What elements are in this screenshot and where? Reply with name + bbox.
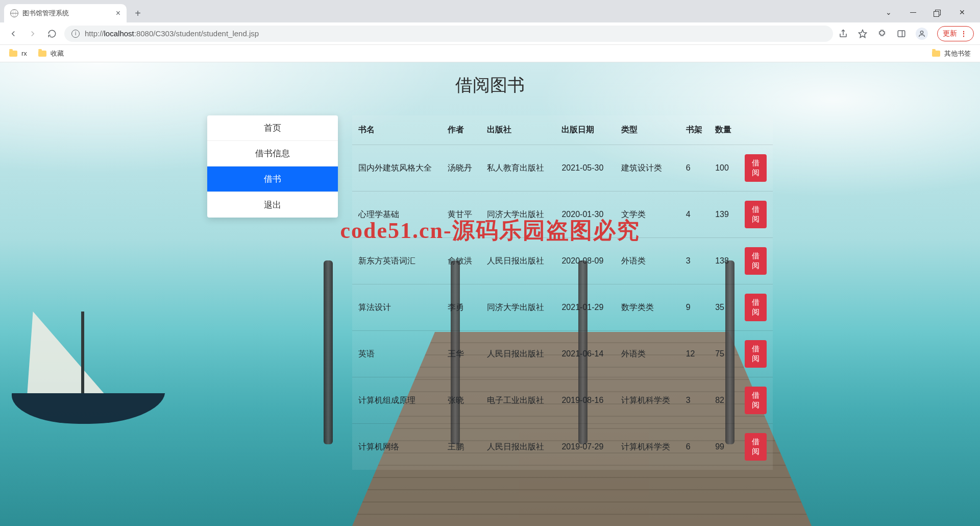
borrow-button[interactable]: 借阅 xyxy=(745,387,767,414)
cell-action: 借阅 xyxy=(739,284,773,331)
cell-shelf: 9 xyxy=(680,284,709,331)
cell-author: 俞敏洪 xyxy=(442,238,481,284)
cell-date: 2021-06-14 xyxy=(555,331,615,377)
page-title: 借阅图书 xyxy=(0,62,980,97)
profile-avatar-icon[interactable] xyxy=(916,28,928,40)
cell-date: 2020-08-09 xyxy=(555,238,615,284)
cell-type: 外语类 xyxy=(615,331,680,377)
cell-qty: 138 xyxy=(709,238,739,284)
cell-shelf: 6 xyxy=(680,424,709,470)
col-author: 作者 xyxy=(442,115,481,145)
col-action xyxy=(739,115,773,145)
cell-publisher: 同济大学出版社 xyxy=(481,284,555,331)
cell-author: 黄甘平 xyxy=(442,192,481,238)
kebab-icon: ⋮ xyxy=(960,30,968,38)
bookmark-item[interactable]: rx xyxy=(9,50,27,57)
table-row: 心理学基础黄甘平同济大学出版社2020-01-30文学类4139借阅 xyxy=(352,192,773,238)
cell-action: 借阅 xyxy=(739,145,773,192)
back-icon[interactable] xyxy=(6,27,20,41)
menu-home[interactable]: 首页 xyxy=(207,115,338,141)
browser-chrome: 图书馆管理系统 × + i http://localhost:8080/C303… xyxy=(0,0,980,62)
window-restore-icon[interactable] xyxy=(926,4,949,20)
borrow-button[interactable]: 借阅 xyxy=(745,340,767,368)
bookmarks-bar: rx 收藏 其他书签 xyxy=(0,45,980,62)
col-qty: 数量 xyxy=(709,115,739,145)
browser-update-button[interactable]: 更新 ⋮ xyxy=(937,26,974,41)
cell-shelf: 3 xyxy=(680,377,709,424)
browser-tab[interactable]: 图书馆管理系统 × xyxy=(4,4,127,22)
browser-update-label: 更新 xyxy=(943,29,957,38)
cell-action: 借阅 xyxy=(739,377,773,424)
cell-shelf: 4 xyxy=(680,192,709,238)
tab-title: 图书馆管理系统 xyxy=(22,9,69,18)
col-shelf: 书架 xyxy=(680,115,709,145)
folder-icon xyxy=(38,51,46,57)
url-input[interactable]: i http://localhost:8080/C303/student/stu… xyxy=(64,26,833,42)
borrow-button[interactable]: 借阅 xyxy=(745,294,767,321)
reload-icon[interactable] xyxy=(45,27,59,41)
cell-type: 计算机科学类 xyxy=(615,424,680,470)
borrow-button[interactable]: 借阅 xyxy=(745,154,767,182)
cell-author: 汤晓丹 xyxy=(442,145,481,192)
cell-author: 王华 xyxy=(442,331,481,377)
table-row: 计算机网络王鹏人民日报出版社2019-07-29计算机科学类699借阅 xyxy=(352,424,773,470)
window-controls xyxy=(877,4,976,20)
cell-shelf: 12 xyxy=(680,331,709,377)
cell-type: 数学类类 xyxy=(615,284,680,331)
cell-name: 心理学基础 xyxy=(352,192,442,238)
cell-qty: 82 xyxy=(709,377,739,424)
cell-type: 计算机科学类 xyxy=(615,377,680,424)
side-panel-icon[interactable] xyxy=(896,29,906,39)
menu-lend-info[interactable]: 借书信息 xyxy=(207,141,338,166)
table-row: 国内外建筑风格大全汤晓丹私人教育出版社2021-05-30建筑设计类6100借阅 xyxy=(352,145,773,192)
other-bookmarks-label: 其他书签 xyxy=(944,49,971,58)
menu-logout[interactable]: 退出 xyxy=(207,192,338,218)
window-minimize-icon[interactable] xyxy=(901,4,925,20)
table-row: 英语王华人民日报出版社2021-06-14外语类1275借阅 xyxy=(352,331,773,377)
cell-name: 计算机网络 xyxy=(352,424,442,470)
col-publisher: 出版社 xyxy=(481,115,555,145)
bookmark-item[interactable]: 收藏 xyxy=(38,49,64,58)
borrow-button[interactable]: 借阅 xyxy=(745,201,767,228)
cell-name: 英语 xyxy=(352,331,442,377)
borrow-button[interactable]: 借阅 xyxy=(745,433,767,461)
tab-close-icon[interactable]: × xyxy=(116,9,120,18)
page-viewport: 借阅图书 首页 借书信息 借书 退出 书名 作者 出版社 出版日期 类型 书架 … xyxy=(0,62,980,526)
col-type: 类型 xyxy=(615,115,680,145)
cell-qty: 100 xyxy=(709,145,739,192)
site-info-icon[interactable]: i xyxy=(71,30,80,38)
share-icon[interactable] xyxy=(838,29,848,39)
cell-name: 新东方英语词汇 xyxy=(352,238,442,284)
cell-name: 国内外建筑风格大全 xyxy=(352,145,442,192)
cell-date: 2021-01-29 xyxy=(555,284,615,331)
cell-type: 建筑设计类 xyxy=(615,145,680,192)
menu-lend[interactable]: 借书 xyxy=(207,166,338,192)
cell-qty: 139 xyxy=(709,192,739,238)
cell-author: 李勇 xyxy=(442,284,481,331)
side-menu: 首页 借书信息 借书 退出 xyxy=(207,115,338,218)
new-tab-button[interactable]: + xyxy=(130,5,146,21)
other-bookmarks[interactable]: 其他书签 xyxy=(932,49,971,58)
cell-shelf: 3 xyxy=(680,238,709,284)
cell-name: 计算机组成原理 xyxy=(352,377,442,424)
cell-date: 2020-01-30 xyxy=(555,192,615,238)
cell-author: 张晓 xyxy=(442,377,481,424)
svg-rect-1 xyxy=(898,31,905,37)
col-name: 书名 xyxy=(352,115,442,145)
cell-publisher: 人民日报出版社 xyxy=(481,238,555,284)
borrow-button[interactable]: 借阅 xyxy=(745,247,767,275)
cell-date: 2019-08-16 xyxy=(555,377,615,424)
table-row: 新东方英语词汇俞敏洪人民日报出版社2020-08-09外语类3138借阅 xyxy=(352,238,773,284)
globe-icon xyxy=(10,9,18,17)
star-icon[interactable] xyxy=(857,29,868,39)
cell-action: 借阅 xyxy=(739,192,773,238)
cell-date: 2019-07-29 xyxy=(555,424,615,470)
table-row: 算法设计李勇同济大学出版社2021-01-29数学类类935借阅 xyxy=(352,284,773,331)
cell-shelf: 6 xyxy=(680,145,709,192)
extensions-icon[interactable] xyxy=(877,29,887,39)
window-close-icon[interactable] xyxy=(950,4,974,20)
forward-icon[interactable] xyxy=(26,27,40,41)
chevron-down-icon[interactable] xyxy=(877,4,900,20)
svg-point-3 xyxy=(920,31,923,33)
cell-qty: 35 xyxy=(709,284,739,331)
